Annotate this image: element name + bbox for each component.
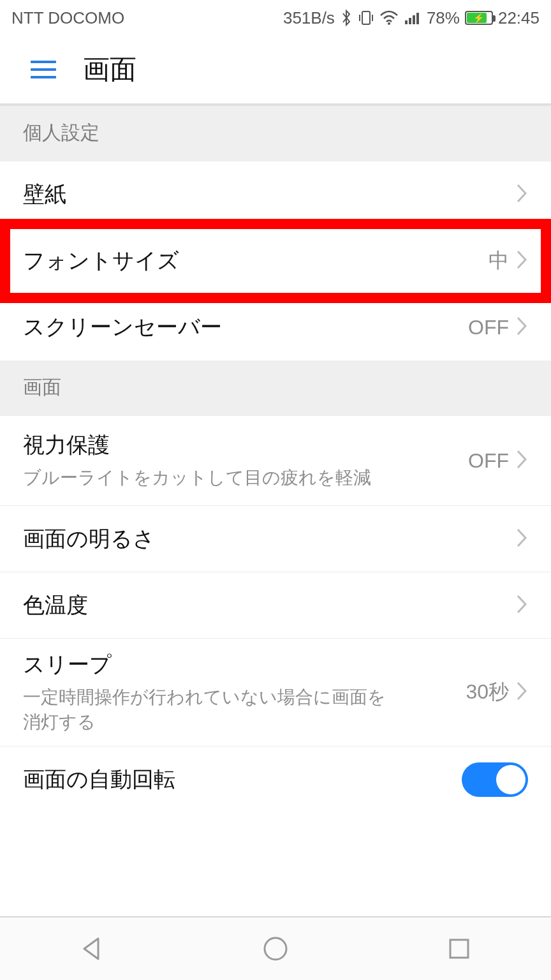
page-title: 画面 [83, 52, 136, 87]
status-bar: NTT DOCOMO 351B/s 78% ⚡ 22:45 [0, 0, 551, 36]
bluetooth-icon [340, 9, 353, 27]
battery-percent: 78% [427, 8, 460, 28]
row-label: フォントサイズ [23, 246, 489, 276]
nav-home-button[interactable] [261, 935, 290, 963]
chevron-right-icon [515, 680, 528, 704]
svg-rect-6 [413, 15, 415, 24]
vibrate-icon [358, 9, 374, 27]
wifi-icon [379, 10, 399, 26]
svg-point-8 [265, 938, 286, 960]
row-label: 色温度 [23, 591, 515, 620]
chevron-right-icon [515, 182, 528, 207]
svg-rect-5 [409, 18, 411, 24]
row-desc: 一定時間操作が行われていない場合に画面を消灯する [23, 685, 386, 734]
svg-rect-9 [450, 940, 468, 958]
row-wallpaper[interactable]: 壁紙 [0, 161, 551, 228]
row-sleep[interactable]: スリープ 一定時間操作が行われていない場合に画面を消灯する 30秒 [0, 638, 551, 746]
auto-rotate-toggle[interactable] [462, 762, 528, 797]
row-screensaver[interactable]: スクリーンセーバー OFF [0, 294, 551, 360]
row-label: スクリーンセーバー [23, 313, 468, 342]
row-value: 30秒 [466, 678, 509, 706]
svg-point-3 [388, 22, 390, 25]
chevron-right-icon [515, 593, 528, 618]
row-label: 画面の明るさ [23, 524, 515, 554]
row-value: 中 [489, 247, 509, 275]
menu-icon[interactable] [31, 61, 56, 78]
row-brightness[interactable]: 画面の明るさ [0, 505, 551, 572]
system-navbar [0, 916, 551, 980]
row-eye-comfort[interactable]: 視力保護 ブルーライトをカットして目の疲れを軽減 OFF [0, 416, 551, 505]
row-label: 画面の自動回転 [23, 765, 462, 794]
row-label: スリープ [23, 650, 466, 679]
section-header-personal: 個人設定 [0, 106, 551, 161]
row-value: OFF [468, 449, 509, 473]
battery-icon: ⚡ [465, 11, 493, 25]
chevron-right-icon [515, 527, 528, 551]
chevron-right-icon [515, 249, 528, 273]
chevron-right-icon [515, 449, 528, 473]
row-value: OFF [468, 316, 509, 339]
chevron-right-icon [515, 315, 528, 339]
nav-recent-button[interactable] [445, 935, 473, 963]
row-font-size[interactable]: フォントサイズ 中 [0, 228, 551, 294]
row-desc: ブルーライトをカットして目の疲れを軽減 [23, 465, 386, 490]
screen-header: 画面 [0, 36, 551, 103]
signal-icon [404, 10, 422, 26]
svg-rect-7 [416, 13, 419, 24]
row-auto-rotate[interactable]: 画面の自動回転 [0, 746, 551, 812]
section-header-screen: 画面 [0, 360, 551, 416]
svg-rect-0 [362, 11, 370, 24]
row-label: 視力保護 [23, 431, 468, 460]
row-color-temperature[interactable]: 色温度 [0, 572, 551, 638]
row-label: 壁紙 [23, 180, 515, 209]
nav-back-button[interactable] [78, 935, 106, 963]
network-speed: 351B/s [283, 8, 335, 28]
svg-rect-4 [405, 20, 408, 24]
clock: 22:45 [498, 8, 540, 28]
carrier-label: NTT DOCOMO [11, 8, 124, 28]
